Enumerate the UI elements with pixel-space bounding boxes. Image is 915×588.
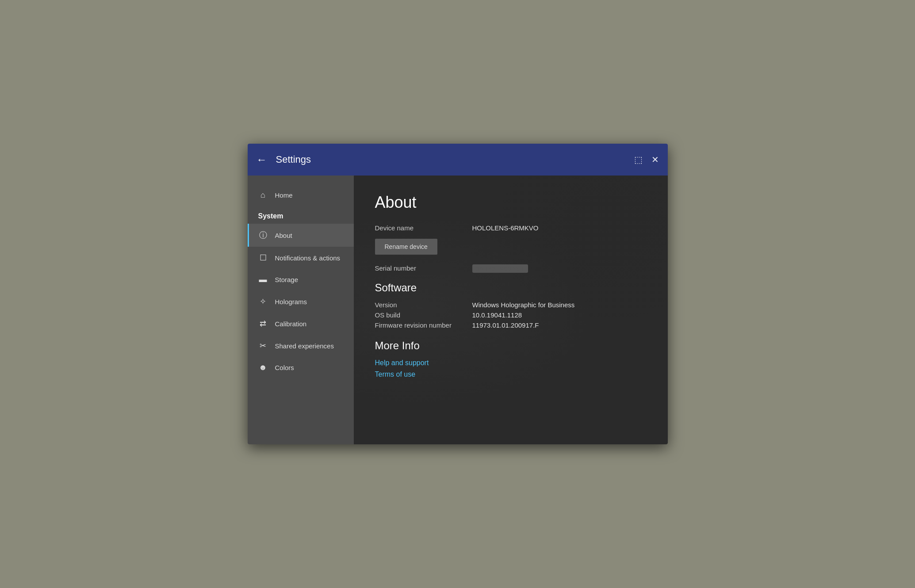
sidebar-item-home[interactable]: ⌂ Home [248,184,354,206]
titlebar-controls: ⬚ ✕ [634,155,659,164]
serial-number-label: Serial number [375,264,472,272]
sidebar: ⌂ Home System ⓘ About ☐ Notifications & … [248,176,354,444]
version-row: Version Windows Holographic for Business [375,301,647,309]
firmware-value: 11973.01.01.200917.F [472,321,539,329]
sidebar-system-label: System [248,206,354,224]
device-name-label: Device name [375,224,472,232]
terms-of-use-link[interactable]: Terms of use [375,370,647,378]
sidebar-shared-label: Shared experiences [275,342,334,350]
version-value: Windows Holographic for Business [472,301,575,309]
sidebar-calibration-label: Calibration [275,320,307,328]
content-area: ⌂ Home System ⓘ About ☐ Notifications & … [248,176,668,444]
os-build-value: 10.0.19041.1128 [472,311,522,319]
sidebar-item-shared[interactable]: ✂ Shared experiences [248,335,354,357]
software-section-title: Software [375,282,647,294]
page-title: About [375,193,647,212]
titlebar: ← Settings ⬚ ✕ [248,144,668,176]
firmware-label: Firmware revision number [375,321,472,329]
sidebar-item-about[interactable]: ⓘ About [248,224,354,247]
os-build-row: OS build 10.0.19041.1128 [375,311,647,319]
info-icon: ⓘ [258,230,268,241]
device-name-row: Device name HOLOLENS-6RMKVO [375,224,647,232]
system-label-text: System [258,212,283,220]
back-button[interactable]: ← [257,154,267,165]
sidebar-storage-label: Storage [275,276,299,283]
notifications-icon: ☐ [258,253,268,263]
sidebar-notifications-label: Notifications & actions [275,254,341,262]
settings-window: ← Settings ⬚ ✕ ⌂ Home System ⓘ About ☐ [248,144,668,444]
serial-number-value: 004291900654 [472,264,528,273]
sidebar-colors-label: Colors [275,364,294,371]
sidebar-home-label: Home [275,191,293,199]
os-build-label: OS build [375,311,472,319]
home-icon: ⌂ [258,191,268,200]
holograms-icon: ✧ [258,297,268,306]
snap-button[interactable]: ⬚ [634,155,643,164]
rename-device-button[interactable]: Rename device [375,239,437,255]
sidebar-item-notifications[interactable]: ☐ Notifications & actions [248,247,354,269]
help-and-support-link[interactable]: Help and support [375,359,647,367]
sidebar-holograms-label: Holograms [275,298,307,305]
serial-number-row: Serial number 004291900654 [375,264,647,273]
storage-icon: ▬ [258,275,268,284]
titlebar-left: ← Settings [257,154,311,165]
sidebar-item-colors[interactable]: ☻ Colors [248,357,354,378]
version-label: Version [375,301,472,309]
more-info-title: More Info [375,340,647,352]
main-panel: About Device name HOLOLENS-6RMKVO Rename… [354,176,668,444]
shared-icon: ✂ [258,341,268,351]
colors-icon: ☻ [258,363,268,372]
sidebar-item-holograms[interactable]: ✧ Holograms [248,290,354,313]
sidebar-about-label: About [275,232,292,239]
calibration-icon: ⇄ [258,319,268,328]
sidebar-item-calibration[interactable]: ⇄ Calibration [248,313,354,335]
close-button[interactable]: ✕ [651,155,659,164]
sidebar-item-storage[interactable]: ▬ Storage [248,269,354,290]
device-name-value: HOLOLENS-6RMKVO [472,224,539,232]
firmware-row: Firmware revision number 11973.01.01.200… [375,321,647,329]
app-title: Settings [276,154,311,165]
